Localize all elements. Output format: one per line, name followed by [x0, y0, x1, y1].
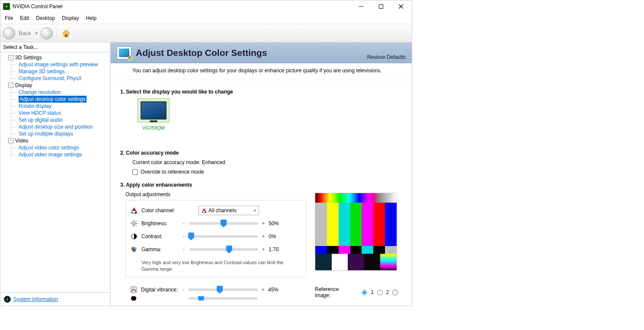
- menu-desktop[interactable]: Desktop: [35, 14, 56, 22]
- tree-item-video-color[interactable]: Adjust video color settings: [2, 144, 108, 151]
- display-tile[interactable]: VG259QM: [138, 98, 170, 130]
- reference-image-radios: Reference image: 1 2: [315, 286, 401, 298]
- vibrance-icon: [130, 286, 138, 294]
- minus-icon: -: [182, 246, 186, 252]
- svg-marker-8: [202, 208, 206, 211]
- tree-item-desktop-size-pos[interactable]: Adjust desktop size and position: [2, 123, 108, 130]
- contrast-value: 0%: [269, 233, 283, 239]
- gamma-value: 1.70: [269, 246, 283, 252]
- home-button[interactable]: [60, 27, 72, 39]
- contrast-row: Contrast: - + 0%: [130, 230, 301, 243]
- system-information-link[interactable]: i System Information: [0, 292, 110, 306]
- color-channel-icon: [130, 207, 138, 214]
- section3-head: 3. Apply color enhancements: [120, 182, 306, 188]
- svg-line-18: [136, 221, 137, 222]
- panel-header-icon: [117, 46, 131, 59]
- expander-icon[interactable]: −: [8, 138, 13, 143]
- toolbar-separator: [56, 27, 57, 39]
- close-button[interactable]: [391, 0, 411, 13]
- tree-item-multiple-displays[interactable]: Set up multiple displays: [2, 130, 108, 137]
- override-label: Override to reference mode: [141, 169, 204, 175]
- maximize-button[interactable]: [371, 0, 391, 13]
- sidebar: Select a Task... − 3D Settings Adjust im…: [0, 42, 110, 306]
- minus-icon: -: [182, 220, 186, 226]
- output-adjust-box: Color channel: All channels ▾: [125, 200, 306, 277]
- svg-line-16: [131, 221, 132, 222]
- vibrance-row: Digital vibrance: - + 45%: [125, 283, 306, 296]
- gamma-row: Gamma: - + 1.70: [130, 243, 301, 256]
- menu-file[interactable]: File: [4, 14, 14, 22]
- checkbox-icon[interactable]: [132, 169, 138, 175]
- contrast-icon: [130, 233, 138, 240]
- gamma-icon: [130, 246, 138, 253]
- menubar: File Edit Desktop Display Help: [0, 13, 412, 24]
- vibrance-slider[interactable]: [189, 288, 258, 291]
- nvidia-icon: [3, 3, 10, 10]
- restore-defaults-link[interactable]: Restore Defaults: [367, 54, 406, 60]
- titlebar-title: NVIDIA Control Panel: [13, 3, 351, 10]
- menu-help[interactable]: Help: [85, 14, 97, 22]
- brightness-slider[interactable]: [189, 222, 258, 225]
- minus-icon: -: [182, 287, 185, 293]
- svg-marker-5: [132, 207, 136, 211]
- toolbar: Back ▼: [0, 24, 412, 42]
- app-window: NVIDIA Control Panel File Edit Desktop D…: [0, 0, 412, 306]
- tree-item-change-resolution[interactable]: Change resolution: [2, 89, 108, 96]
- reference-image-preview: [315, 193, 397, 271]
- brightness-icon: [130, 220, 138, 227]
- contrast-slider[interactable]: [189, 235, 258, 238]
- gamma-slider[interactable]: [189, 248, 258, 251]
- tree-item-hdcp-status[interactable]: View HDCP status: [2, 110, 108, 116]
- plus-icon: +: [261, 287, 265, 293]
- hue-icon: [130, 296, 138, 301]
- tree-group-video[interactable]: − Video: [2, 137, 108, 144]
- minimize-button[interactable]: [351, 0, 371, 13]
- section2-head: 2. Color accuracy mode: [120, 150, 306, 156]
- tree-item-digital-audio[interactable]: Set up digital audio: [2, 116, 108, 123]
- svg-marker-9: [202, 211, 204, 213]
- content: Select a Task... − 3D Settings Adjust im…: [0, 42, 412, 306]
- monitor-icon: [138, 98, 170, 123]
- panel-title: Adjust Desktop Color Settings: [136, 48, 267, 58]
- tree-item-rotate-display[interactable]: Rotate display: [2, 103, 108, 110]
- tree-item-manage-3d[interactable]: Manage 3D settings: [2, 68, 108, 75]
- sidebar-header: Select a Task...: [0, 42, 110, 52]
- info-icon: i: [4, 296, 11, 303]
- tree-item-adjust-image-preview[interactable]: Adjust image settings with preview: [2, 61, 108, 68]
- task-tree: − 3D Settings Adjust image settings with…: [0, 52, 110, 292]
- tree-item-video-image[interactable]: Adjust video image settings: [2, 151, 108, 158]
- tree-group-display[interactable]: − Display: [2, 82, 108, 89]
- menu-edit[interactable]: Edit: [19, 14, 30, 22]
- brightness-row: Brightness: - + 50%: [130, 217, 301, 230]
- hue-slider[interactable]: [189, 297, 258, 300]
- svg-point-23: [132, 249, 136, 252]
- gamma-note: Very high and very low Brightness and Co…: [141, 259, 301, 272]
- panel-description: You can adjust desktop color settings fo…: [111, 63, 412, 80]
- accuracy-current: Current color accuracy mode: Enhanced: [132, 159, 306, 165]
- menu-display[interactable]: Display: [61, 14, 80, 22]
- tree-item-adjust-desktop-color[interactable]: Adjust desktop color settings: [2, 96, 108, 103]
- back-button[interactable]: [3, 27, 15, 39]
- plus-icon: +: [262, 233, 265, 239]
- ref-radio-3[interactable]: [392, 290, 398, 295]
- ref-radio-2[interactable]: [377, 290, 383, 295]
- chevron-down-icon: ▾: [254, 208, 256, 213]
- svg-point-11: [133, 222, 135, 225]
- tree-item-surround-physx[interactable]: Configure Surround, PhysX: [2, 75, 108, 82]
- svg-line-19: [131, 225, 132, 226]
- color-channel-select[interactable]: All channels ▾: [199, 206, 259, 215]
- back-label: Back: [19, 30, 31, 36]
- forward-button[interactable]: [41, 27, 53, 39]
- hue-row-partial: [125, 296, 306, 301]
- override-checkbox-row[interactable]: Override to reference mode: [132, 169, 306, 175]
- display-name: VG259QM: [138, 125, 170, 130]
- minus-icon: -: [182, 233, 186, 239]
- ref-radio-1[interactable]: [362, 290, 367, 295]
- plus-icon: +: [262, 246, 265, 252]
- vibrance-value: 45%: [268, 287, 283, 293]
- back-dropdown[interactable]: ▼: [35, 31, 39, 36]
- expander-icon[interactable]: −: [8, 83, 13, 88]
- expander-icon[interactable]: −: [8, 55, 13, 60]
- tree-group-3d[interactable]: − 3D Settings: [2, 54, 108, 61]
- color-channel-row: Color channel: All channels ▾: [130, 204, 301, 217]
